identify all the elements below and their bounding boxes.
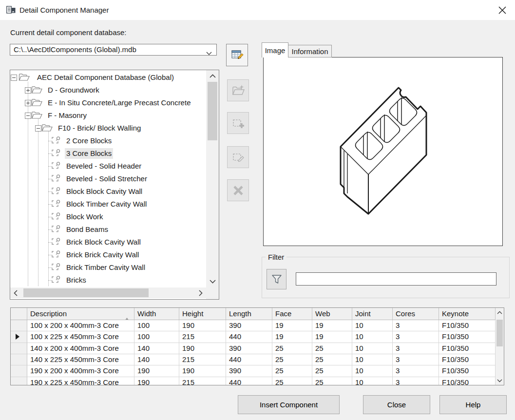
tree-expand-toggle[interactable] [11,74,17,80]
tree-item[interactable]: Block Block Cavity Wall [10,185,219,198]
table-cell[interactable]: 140 x 200 x 400mm-3 Core [27,343,134,354]
tree-item[interactable]: Beveled - Solid Stretcher [10,172,219,185]
table-cell[interactable]: F10/350 [439,377,496,385]
table-cell[interactable]: 25 [312,365,352,377]
tree-item[interactable]: Beveled - Solid Header [10,160,219,172]
row-selector[interactable] [11,331,27,343]
insert-component-button[interactable]: Insert Component [238,395,340,414]
table-cell[interactable]: 10 [352,365,393,377]
row-selector[interactable] [11,354,27,365]
scroll-up-icon[interactable] [206,70,219,82]
new-group-button[interactable] [227,79,249,101]
table-cell[interactable]: 25 [272,343,312,354]
table-cell[interactable]: 3 [393,377,439,385]
filter-button[interactable] [267,269,286,289]
tab-information[interactable]: Information [288,45,332,57]
column-header-keynote[interactable]: Keynote [439,308,496,320]
help-button[interactable]: Help [439,395,507,414]
table-cell[interactable]: 190 x 200 x 400mm-3 Core [27,365,134,377]
tree-item[interactable]: Brick Block Cavity Wall [10,236,219,248]
close-icon[interactable] [494,2,511,19]
tree-item[interactable]: Block Work [10,210,219,223]
table-cell[interactable]: 140 [134,354,179,365]
table-cell[interactable]: 190 x 225 x 450mm-3 Core [27,377,134,385]
table-cell[interactable]: 10 [352,343,393,354]
table-cell[interactable]: 25 [272,354,312,365]
table-cell[interactable]: 3 [393,354,439,365]
table-cell[interactable]: 3 [393,365,439,377]
table-cell[interactable]: F10/350 [439,320,496,331]
column-header-height[interactable]: Height [179,308,226,320]
tree-item[interactable]: Block Timber Cavity Wall [10,198,219,210]
table-cell[interactable]: 190 [134,365,179,377]
column-header-face[interactable]: Face [272,308,312,320]
scroll-left-icon[interactable] [10,287,21,298]
filter-input[interactable] [296,272,496,286]
table-cell[interactable]: 215 [179,331,226,343]
edit-database-button[interactable] [226,44,248,66]
add-component-button[interactable] [227,112,249,134]
table-cell[interactable]: 390 [226,320,272,331]
table-cell[interactable]: 190 [179,320,226,331]
scroll-down-icon[interactable] [206,276,219,287]
tree-vscroll-thumb[interactable] [208,82,217,140]
table-cell[interactable]: 440 [226,377,272,385]
table-cell[interactable]: F10/350 [439,343,496,354]
column-header-joint[interactable]: Joint [352,308,393,320]
tree-item[interactable]: Bricks [10,274,219,286]
table-cell[interactable]: 3 [393,343,439,354]
table-row[interactable]: 190 x 200 x 400mm-3 Core1901903902525103… [11,365,504,377]
table-row[interactable]: 140 x 225 x 450mm-3 Core1402154402525103… [11,354,504,365]
table-cell[interactable]: 19 [312,320,352,331]
chevron-down-icon[interactable] [206,48,212,57]
table-cell[interactable]: F10/350 [439,331,496,343]
table-cell[interactable]: 140 x 225 x 450mm-3 Core [27,354,134,365]
tree-expand-toggle[interactable] [25,87,31,93]
delete-component-button[interactable] [227,179,249,201]
table-vertical-scrollbar[interactable] [496,308,504,385]
edit-component-button[interactable] [227,146,249,168]
table-cell[interactable]: 100 [134,320,179,331]
table-row[interactable]: 100 x 200 x 400mm-3 Core1001903901919103… [11,320,504,331]
column-header-web[interactable]: Web [312,308,352,320]
tree-item[interactable]: Bond Beams [10,223,219,236]
table-cell[interactable]: 215 [179,354,226,365]
table-row[interactable]: 100 x 225 x 450mm-3 Core1002154401919103… [11,331,504,343]
column-header-length[interactable]: Length [226,308,272,320]
table-cell[interactable]: 215 [179,377,226,385]
tree-expand-toggle[interactable] [35,125,41,131]
table-cell[interactable]: 19 [312,331,352,343]
tree-item[interactable]: Brick Timber Cavity Wall [10,261,219,274]
close-button[interactable]: Close [363,395,430,414]
table-cell[interactable]: 3 [393,320,439,331]
tree-item[interactable]: D - Groundwork [10,84,219,96]
table-cell[interactable]: 10 [352,354,393,365]
column-header-cores[interactable]: Cores [393,308,439,320]
table-cell[interactable]: 3 [393,331,439,343]
table-cell[interactable]: 190 [179,343,226,354]
table-cell[interactable]: 390 [226,343,272,354]
row-selector[interactable] [11,320,27,331]
row-selector[interactable] [11,343,27,354]
tree-item[interactable]: Brick Brick Cavity Wall [10,248,219,261]
tree-expand-toggle[interactable] [25,112,31,118]
table-cell[interactable]: F10/350 [439,365,496,377]
table-cell[interactable]: 440 [226,354,272,365]
table-cell[interactable]: 19 [272,320,312,331]
table-cell[interactable]: 140 [134,343,179,354]
tree-item[interactable]: AEC Detail Component Database (Global) [10,71,219,84]
tree-item[interactable]: F10 - Brick/ Block Walling [10,122,219,134]
table-row[interactable]: 140 x 200 x 400mm-3 Core1401903902525103… [11,343,504,354]
scroll-right-icon[interactable] [195,287,206,298]
database-combobox[interactable]: C:\..\AecDtlComponents (Global).mdb [10,44,217,56]
table-cell[interactable]: 190 [134,377,179,385]
table-cell[interactable]: 10 [352,377,393,385]
tab-image[interactable]: Image [262,42,288,57]
column-header-width[interactable]: Width [134,308,179,320]
tree-item[interactable]: 2 Core Blocks [10,134,219,147]
tree-item[interactable]: F - Masonry [10,109,219,122]
table-cell[interactable]: F10/350 [439,354,496,365]
table-cell[interactable]: 19 [272,331,312,343]
tree-horizontal-scrollbar[interactable] [10,287,206,298]
tree-expand-toggle[interactable] [25,99,31,106]
